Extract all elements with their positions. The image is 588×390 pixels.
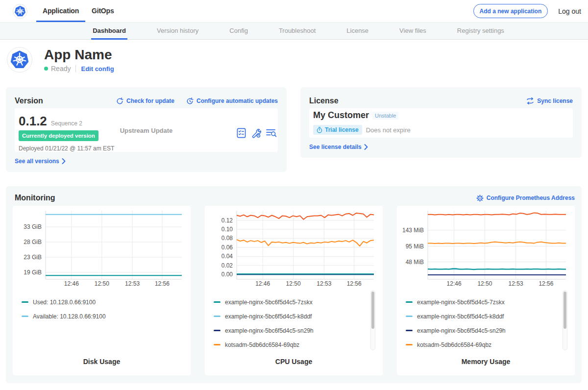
license-card-title: License: [309, 96, 339, 106]
legend-label: example-nginx-5bc6f5d4c5-7zskx: [417, 299, 505, 306]
legend-swatch: [406, 344, 413, 345]
series-line-3: [237, 240, 374, 246]
charts-row: 33 GiB28 GiB23 GiB19 GiB12:4612:5012:531…: [13, 206, 575, 375]
subnav-troubleshoot[interactable]: Troubleshoot: [277, 23, 317, 39]
configure-prometheus-link[interactable]: Configure Prometheus Address: [476, 195, 575, 202]
y-tick-label: 0.08: [221, 235, 233, 242]
legend-item: example-nginx-5bc6f5d4c5-7zskx: [406, 295, 560, 309]
legend-scrollbar[interactable]: [563, 290, 567, 350]
license-type-badge: Trial license: [313, 125, 362, 135]
y-tick-label: 0.12: [221, 217, 233, 224]
chart-card-memory-usage: 143 MiB95 MiB48 MiB12:4612:5012:5312:56e…: [397, 206, 575, 375]
x-tick-label: 12:46: [447, 280, 462, 287]
add-application-button[interactable]: Add a new application: [473, 4, 548, 18]
app-header: App Name Ready Edit config: [0, 40, 588, 87]
top-tab-gitops[interactable]: GitOps: [85, 0, 120, 22]
sync-license-link[interactable]: Sync license: [526, 98, 573, 104]
legend-scrollbar[interactable]: [370, 290, 375, 350]
chevron-right-icon: [62, 158, 66, 164]
version-card-title: Version: [15, 96, 43, 106]
config-edit-button[interactable]: [251, 128, 261, 138]
app-logo: [7, 47, 32, 73]
current-version-box: 0.1.2 Sequence 2 Currently deployed vers…: [15, 108, 278, 152]
license-expiry: Does not expire: [366, 126, 411, 134]
x-tick-label: 12:53: [509, 280, 523, 287]
refresh-icon: [116, 98, 123, 105]
legend-label: Available: 10.128.0.66:9100: [33, 313, 106, 320]
y-tick-label: 143 MiB: [402, 227, 424, 234]
configure-automatic-updates-link[interactable]: Configure automatic updates: [186, 98, 278, 105]
legend-swatch: [22, 316, 28, 317]
chart-title: CPU Usage: [205, 358, 383, 366]
subnav-version-history[interactable]: Version history: [155, 23, 200, 39]
legend-item: Available: 10.128.0.66:9100: [22, 309, 176, 323]
legend-swatch: [214, 344, 220, 345]
subnav-config[interactable]: Config: [228, 23, 249, 39]
subnav-view-files[interactable]: View files: [398, 23, 428, 39]
legend-swatch: [406, 301, 413, 303]
legend-scrollbar-thumb[interactable]: [371, 292, 374, 329]
subnav-dashboard[interactable]: Dashboard: [91, 23, 127, 39]
subnav-registry-settings[interactable]: Registry settings: [456, 23, 506, 39]
series-line-4: [237, 213, 374, 219]
edit-config-link[interactable]: Edit config: [81, 65, 114, 73]
legend-label: kotsadm-5db6dc6584-69qbz: [417, 341, 491, 348]
memory-usage-legend: example-nginx-5bc6f5d4c5-7zskxexample-ng…: [406, 295, 560, 352]
legend-label: example-nginx-5bc6f5d4c5-7zskx: [225, 299, 313, 306]
y-tick-label: 48 MiB: [406, 259, 424, 266]
legend-label: example-nginx-5bc6f5d4c5-sn29h: [225, 327, 314, 334]
y-tick-label: 95 MiB: [406, 243, 424, 250]
app-logo-icon: [10, 50, 29, 70]
x-tick-label: 12:50: [95, 280, 109, 287]
legend-swatch: [406, 316, 413, 317]
customer-name: My Customer: [313, 110, 369, 121]
y-tick-label: 33 GiB: [24, 223, 42, 230]
sync-icon: [526, 98, 534, 104]
legend-swatch: [214, 316, 220, 317]
legend-scrollbar-thumb[interactable]: [564, 292, 566, 329]
release-notes-button[interactable]: [236, 128, 246, 138]
status-divider: [75, 65, 76, 72]
x-tick-label: 12:56: [347, 280, 362, 287]
series-line-3: [428, 242, 566, 244]
see-license-details-link[interactable]: See license details: [309, 144, 368, 150]
stopwatch-icon: [317, 127, 322, 133]
legend-swatch: [22, 301, 28, 303]
kubernetes-logo-icon: [14, 5, 26, 17]
top-nav: ApplicationGitOps: [36, 0, 121, 22]
x-tick-label: 12:53: [317, 280, 331, 287]
channel-badge: Unstable: [372, 112, 398, 120]
x-tick-label: 12:56: [155, 280, 170, 287]
version-sequence: Sequence 2: [51, 120, 82, 127]
cpu-usage-chart: 0.120.100.080.060.040.020.0012:4612:5012…: [205, 206, 383, 292]
license-card: License Sync license My Customer Unstabl…: [300, 87, 582, 158]
gear-icon: [476, 195, 484, 202]
series-line-0: [428, 268, 566, 269]
legend-item: example-nginx-5bc6f5d4c5-sn29h: [214, 323, 368, 338]
x-tick-label: 12:53: [125, 280, 140, 287]
auto-update-icon: [186, 98, 194, 105]
logout-link[interactable]: Log out: [558, 7, 581, 15]
legend-label: example-nginx-5bc6f5d4c5-k8ddf: [225, 313, 312, 320]
legend-swatch: [214, 301, 220, 303]
subnav-license[interactable]: License: [345, 23, 370, 39]
app-subnav: DashboardVersion historyConfigTroublesho…: [0, 23, 588, 40]
version-source-label: Upstream Update: [74, 126, 219, 134]
y-tick-label: 0.10: [221, 226, 233, 233]
deployed-timestamp: Deployed 01/21/22 @ 11:57 am EST: [19, 145, 114, 152]
top-tab-application[interactable]: Application: [36, 0, 85, 22]
version-card: Version Check for update Configure autom…: [6, 87, 287, 172]
see-all-versions-link[interactable]: See all versions: [15, 158, 66, 165]
y-tick-label: 28 GiB: [24, 239, 42, 245]
legend-label: example-nginx-5bc6f5d4c5-sn29h: [417, 327, 506, 334]
check-for-update-link[interactable]: Check for update: [116, 98, 174, 105]
chart-card-cpu-usage: 0.120.100.080.060.040.020.0012:4612:5012…: [205, 206, 383, 375]
monitoring-title: Monitoring: [15, 193, 55, 203]
kubernetes-logo: [13, 4, 27, 19]
monitoring-card: Monitoring Configure Prometheus Address …: [6, 186, 582, 383]
series-line-4: [428, 213, 566, 215]
preflight-checks-button[interactable]: [266, 128, 277, 138]
app-name: App Name: [44, 47, 114, 62]
dashboard-main: Version Check for update Configure autom…: [0, 87, 588, 383]
cpu-usage-legend: example-nginx-5bc6f5d4c5-7zskxexample-ng…: [214, 295, 368, 352]
